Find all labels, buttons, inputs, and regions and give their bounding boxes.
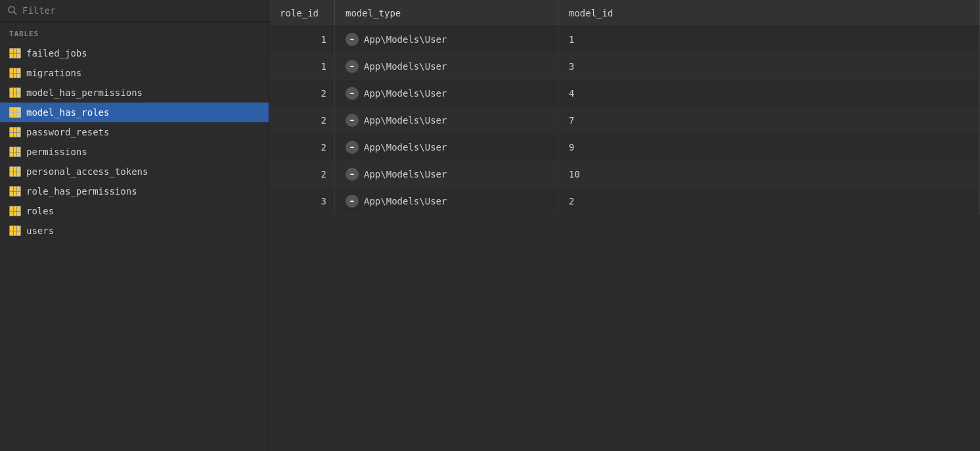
table-row[interactable]: 2➡App\Models\User4 [269, 80, 980, 107]
sidebar-item-migrations[interactable]: migrations [0, 63, 269, 83]
table-row[interactable]: 1➡App\Models\User1 [269, 26, 980, 53]
sidebar-item-label: model_has_roles [26, 107, 109, 118]
table-grid-icon [9, 48, 21, 59]
model-type-text: App\Models\User [364, 88, 447, 99]
cell-model-type: ➡App\Models\User [335, 188, 558, 214]
sidebar-item-label: migrations [26, 68, 81, 78]
table-header: role_id model_type model_id [269, 0, 980, 26]
sidebar-item-failed_jobs[interactable]: failed_jobs [0, 43, 269, 63]
svg-line-1 [14, 12, 16, 14]
arrow-icon: ➡ [345, 141, 359, 154]
model-type-text: App\Models\User [364, 34, 447, 45]
sidebar-item-label: permissions [26, 147, 87, 157]
filter-input[interactable] [22, 5, 261, 16]
table-row[interactable]: 2➡App\Models\User7 [269, 107, 980, 134]
sidebar-item-users[interactable]: users [0, 221, 269, 241]
cell-role-id: 3 [269, 188, 335, 214]
sidebar-item-label: users [26, 226, 54, 236]
table-grid-icon [9, 127, 21, 137]
cell-model-type: ➡App\Models\User [335, 161, 558, 187]
arrow-icon: ➡ [345, 114, 359, 127]
cell-model-id: 10 [558, 161, 980, 187]
sidebar-item-label: model_has_permissions [26, 87, 143, 98]
sidebar-item-roles[interactable]: roles [0, 201, 269, 221]
table-grid-icon [9, 107, 21, 118]
search-icon [8, 6, 17, 15]
cell-model-id: 3 [558, 53, 980, 80]
tables-section: TABLES failed_jobsmigrationsmodel_has_pe… [0, 22, 269, 451]
cell-role-id: 2 [269, 107, 335, 133]
table-body: 1➡App\Models\User11➡App\Models\User32➡Ap… [269, 26, 980, 451]
sidebar-item-model_has_roles[interactable]: model_has_roles [0, 103, 269, 122]
cell-model-id: 4 [558, 80, 980, 107]
main-content: role_id model_type model_id 1➡App\Models… [269, 0, 980, 451]
cell-role-id: 1 [269, 53, 335, 80]
sidebar-item-label: personal_access_tokens [26, 166, 148, 177]
cell-model-type: ➡App\Models\User [335, 134, 558, 160]
cell-model-id: 2 [558, 188, 980, 214]
table-row[interactable]: 2➡App\Models\User10 [269, 161, 980, 188]
table-grid-icon [9, 186, 21, 197]
arrow-icon: ➡ [345, 60, 359, 73]
model-type-text: App\Models\User [364, 142, 447, 153]
table-row[interactable]: 1➡App\Models\User3 [269, 53, 980, 80]
table-grid-icon [9, 226, 21, 236]
model-type-text: App\Models\User [364, 115, 447, 126]
tables-section-label: TABLES [0, 30, 269, 43]
cell-model-id: 7 [558, 107, 980, 133]
sidebar-item-role_has_permissions[interactable]: role_has_permissions [0, 181, 269, 201]
cell-role-id: 2 [269, 161, 335, 187]
cell-role-id: 1 [269, 26, 335, 53]
table-list: failed_jobsmigrationsmodel_has_permissio… [0, 43, 269, 241]
table-grid-icon [9, 68, 21, 78]
cell-role-id: 2 [269, 80, 335, 107]
table-grid-icon [9, 206, 21, 216]
table-grid-icon [9, 147, 21, 157]
sidebar-item-personal_access_tokens[interactable]: personal_access_tokens [0, 162, 269, 181]
table-row[interactable]: 3➡App\Models\User2 [269, 188, 980, 215]
table-grid-icon [9, 87, 21, 98]
sidebar-item-password_resets[interactable]: password_resets [0, 122, 269, 142]
cell-model-type: ➡App\Models\User [335, 80, 558, 107]
column-header-role-id: role_id [269, 0, 335, 26]
table-row[interactable]: 2➡App\Models\User9 [269, 134, 980, 161]
sidebar-item-label: failed_jobs [26, 48, 87, 59]
sidebar-item-permissions[interactable]: permissions [0, 142, 269, 162]
column-header-model-type: model_type [335, 0, 558, 26]
sidebar-item-label: password_resets [26, 127, 109, 137]
cell-model-id: 9 [558, 134, 980, 160]
table-grid-icon [9, 166, 21, 177]
cell-model-id: 1 [558, 26, 980, 53]
model-type-text: App\Models\User [364, 169, 447, 179]
arrow-icon: ➡ [345, 195, 359, 208]
arrow-icon: ➡ [345, 168, 359, 181]
arrow-icon: ➡ [345, 33, 359, 46]
model-type-text: App\Models\User [364, 61, 447, 72]
model-type-text: App\Models\User [364, 196, 447, 206]
cell-model-type: ➡App\Models\User [335, 53, 558, 80]
cell-model-type: ➡App\Models\User [335, 107, 558, 133]
sidebar-item-model_has_permissions[interactable]: model_has_permissions [0, 83, 269, 103]
filter-bar [0, 0, 269, 22]
cell-model-type: ➡App\Models\User [335, 26, 558, 53]
sidebar-item-label: roles [26, 206, 54, 216]
column-header-model-id: model_id [558, 0, 980, 26]
arrow-icon: ➡ [345, 87, 359, 100]
sidebar: TABLES failed_jobsmigrationsmodel_has_pe… [0, 0, 269, 451]
sidebar-item-label: role_has_permissions [26, 186, 137, 197]
cell-role-id: 2 [269, 134, 335, 160]
